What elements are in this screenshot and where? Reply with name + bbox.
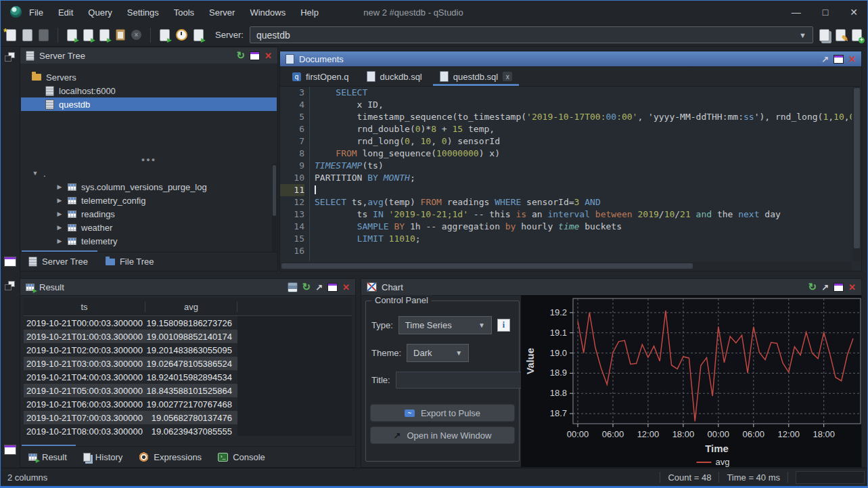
close-button[interactable]: ✕ xyxy=(850,7,858,18)
tab-result[interactable]: Result xyxy=(28,452,67,462)
copy-server-icon[interactable] xyxy=(819,29,829,41)
tree-node-table[interactable]: ▶telemetry xyxy=(21,234,271,248)
tree-node-db-root[interactable]: ▼. xyxy=(21,167,271,180)
refresh-icon[interactable]: ↻ xyxy=(808,282,817,292)
cell-avg: 19.001098852140174 xyxy=(145,332,237,342)
table-row[interactable]: 2019-10-21T08:00:03.30000019.06239437085… xyxy=(24,424,237,436)
doc-tab-duckdb.sql[interactable]: duckdb.sql xyxy=(359,67,430,86)
server-combobox[interactable]: questdb ▼ xyxy=(250,26,813,43)
run-line-icon[interactable] xyxy=(83,29,93,41)
editor-vertical-scrollbar[interactable] xyxy=(852,87,861,261)
run-query-icon[interactable] xyxy=(67,29,77,41)
menu-tools[interactable]: Tools xyxy=(174,7,194,18)
tree-node-servers[interactable]: Servers xyxy=(21,70,277,84)
pages-icon xyxy=(83,453,91,462)
tab-file-tree[interactable]: File Tree xyxy=(106,257,154,267)
maximize-panel-icon[interactable] xyxy=(833,55,844,64)
chart-header: Chart ↻ ↗ ✕ xyxy=(361,279,861,296)
tree-node-table[interactable]: ▶telemetry_config xyxy=(21,194,271,207)
schedule-icon[interactable] xyxy=(176,29,187,41)
menu-server[interactable]: Server xyxy=(209,7,235,18)
maximize-panel-icon[interactable] xyxy=(327,283,338,292)
table-row[interactable]: 2019-10-21T00:00:03.30000019.15809818627… xyxy=(24,316,237,330)
close-panel-icon[interactable]: ✕ xyxy=(848,283,856,292)
info-icon[interactable]: i xyxy=(497,319,510,332)
close-panel-icon[interactable]: ✕ xyxy=(848,55,856,64)
table-row[interactable]: 2019-10-21T07:00:03.30000019.05682780137… xyxy=(24,411,237,424)
edit-server-icon[interactable] xyxy=(836,29,846,41)
folder-icon xyxy=(106,259,115,265)
column-header-ts[interactable]: ts xyxy=(24,302,145,312)
table-row[interactable]: 2019-10-21T05:00:03.30000018.84358810152… xyxy=(24,384,237,397)
type-label: Type: xyxy=(371,320,393,330)
tree-node-table[interactable]: ▶sys.column_versions_purge_log xyxy=(21,180,271,194)
svg-text:00:00: 00:00 xyxy=(567,429,589,439)
cell-avg: 19.002772170767468 xyxy=(145,399,237,409)
restore-panels-icon[interactable] xyxy=(5,52,15,62)
restore-panels-icon[interactable] xyxy=(5,281,15,290)
open-in-new-window-button[interactable]: ↗ Open in New Window xyxy=(370,426,515,444)
close-panel-icon[interactable]: ✕ xyxy=(342,283,350,292)
new-document-icon[interactable] xyxy=(6,29,16,41)
doc-tab-questdb.sql[interactable]: questdb.sqlx xyxy=(432,67,521,86)
code-line: PARTITION BY MONTH; xyxy=(315,172,852,184)
chart-theme-select[interactable]: Dark ▼ xyxy=(407,344,469,362)
tab-history[interactable]: History xyxy=(83,452,122,462)
table-row[interactable]: 2019-10-21T06:00:03.30000019.00277217076… xyxy=(24,397,237,411)
code-line: SELECT xyxy=(315,87,852,99)
menu-edit[interactable]: Edit xyxy=(58,7,73,18)
menu-file[interactable]: File xyxy=(29,7,43,18)
popout-icon[interactable]: ↗ xyxy=(821,283,829,292)
table-row[interactable]: 2019-10-21T02:00:03.30000019.20148386305… xyxy=(24,343,237,357)
popout-icon[interactable]: ↗ xyxy=(821,55,829,64)
export-to-pulse-button[interactable]: Export to Pulse xyxy=(370,404,515,422)
line-number: 10 xyxy=(280,172,304,184)
active-tab-underline xyxy=(433,84,520,86)
close-panel-icon[interactable]: ✕ xyxy=(265,51,272,60)
code-area[interactable]: SELECT x ID, timestamp_sequence(to_times… xyxy=(310,87,852,261)
tree-node-server[interactable]: questdb xyxy=(21,97,277,111)
tab-console[interactable]: Console xyxy=(218,452,265,462)
tree-node-table[interactable]: ▶readings xyxy=(21,207,271,221)
table-row[interactable]: 2019-10-21T04:00:03.30000018.92401598289… xyxy=(24,370,237,384)
maximize-panel-icon[interactable] xyxy=(833,283,844,292)
run-script-icon[interactable] xyxy=(160,29,170,41)
panel-window-icon[interactable] xyxy=(4,445,16,455)
send-script-icon[interactable] xyxy=(193,29,204,41)
save-file-icon[interactable] xyxy=(39,29,49,41)
tab-server-tree[interactable]: Server Tree xyxy=(28,257,88,267)
menu-query[interactable]: Query xyxy=(88,7,112,18)
menu-settings[interactable]: Settings xyxy=(127,7,159,18)
refresh-icon[interactable]: ↻ xyxy=(237,51,246,60)
cell-avg: 19.026478105386524 xyxy=(145,359,237,369)
run-selection-icon[interactable] xyxy=(99,29,110,41)
refresh-icon[interactable]: ↻ xyxy=(302,282,311,292)
table-row[interactable]: 2019-10-21T03:00:03.30000019.02647810538… xyxy=(24,357,237,370)
menu-windows[interactable]: Windows xyxy=(250,7,285,18)
chart-title-input[interactable] xyxy=(396,372,524,389)
chart-type-select[interactable]: Time Series ▼ xyxy=(398,316,492,334)
close-tab-icon[interactable]: x xyxy=(503,72,512,81)
popout-icon[interactable]: ↗ xyxy=(315,283,323,292)
doc-tab-firstOpen.q[interactable]: firstOpen.q xyxy=(284,67,357,86)
export-result-icon[interactable] xyxy=(288,282,298,292)
editor-horizontal-scrollbar[interactable] xyxy=(280,262,852,271)
table-row[interactable]: 2019-10-21T01:00:03.30000019.00109885214… xyxy=(24,330,237,343)
cancel-query-icon[interactable]: × xyxy=(131,30,141,40)
column-header-avg[interactable]: avg xyxy=(145,302,237,312)
tree-node-server[interactable]: localhost:6000 xyxy=(21,84,277,97)
maximize-panel-icon[interactable] xyxy=(250,51,260,60)
sql-editor[interactable]: 345678910111213141516 SELECT x ID, times… xyxy=(280,87,852,261)
clipboard-icon[interactable] xyxy=(116,29,125,41)
panel-window-icon[interactable] xyxy=(4,257,16,267)
splitter-handle[interactable]: ●●● xyxy=(21,156,277,164)
code-line xyxy=(315,245,852,257)
minimize-button[interactable]: — xyxy=(792,7,801,18)
tab-expressions[interactable]: Expressions xyxy=(139,452,202,462)
open-file-icon[interactable] xyxy=(22,29,32,41)
tree-scrollbar[interactable] xyxy=(272,164,277,252)
add-server-icon[interactable] xyxy=(852,29,862,41)
cell-ts: 2019-10-21T03:00:03.300000 xyxy=(24,359,145,369)
tree-node-table[interactable]: ▶weather xyxy=(21,221,271,234)
maximize-button[interactable]: □ xyxy=(823,7,828,18)
